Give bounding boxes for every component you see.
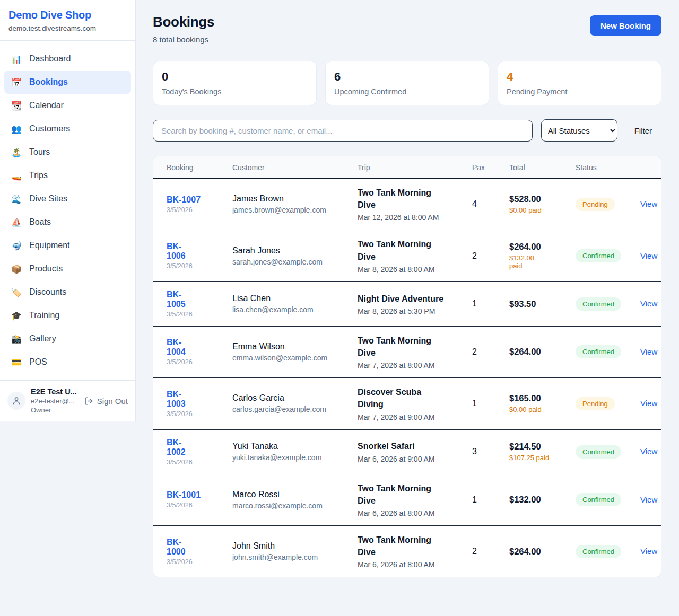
sidebar-item-products[interactable]: 📦 Products — [4, 257, 131, 280]
customer-name: Sarah Jones — [232, 246, 345, 256]
table-header: BookingCustomerTripPaxTotalStatus — [153, 156, 661, 179]
total-amount: $132.00 — [509, 495, 563, 505]
column-header-customer: Customer — [226, 156, 351, 179]
trip-datetime: Mar 12, 2026 at 8:00 AM — [358, 213, 459, 222]
pax-value: 1 — [466, 474, 503, 525]
booking-link[interactable]: BK-1001 — [167, 490, 201, 500]
stat-value: 0 — [162, 70, 308, 84]
table-row: BK-1006 3/5/2026 Sarah Jones sarah.jones… — [153, 230, 661, 281]
bookings-table-card: BookingCustomerTripPaxTotalStatus BK-100… — [153, 156, 661, 577]
boats-icon: ⛵ — [11, 217, 22, 227]
customer-email: carlos.garcia@example.com — [232, 405, 345, 413]
stat-value: 6 — [334, 70, 480, 84]
booking-link[interactable]: BK-1003 — [167, 390, 191, 409]
sidebar-item-label: Equipment — [29, 241, 70, 250]
sidebar-item-label: Trips — [29, 171, 48, 180]
sidebar-item-pos[interactable]: 💳 POS — [4, 350, 131, 374]
sign-out-button[interactable]: Sign Out — [84, 397, 128, 406]
dive-sites-icon: 🌊 — [11, 194, 22, 204]
sidebar-item-trips[interactable]: 🚤 Trips — [4, 164, 131, 187]
trip-name: Two Tank Morning Dive — [358, 482, 448, 507]
user-info: E2E Test U... e2e-tester@... Owner — [31, 388, 79, 414]
stat-card: 4 Pending Payment — [498, 61, 661, 105]
view-link[interactable]: View — [640, 251, 657, 260]
sidebar-item-equipment[interactable]: 🤿 Equipment — [4, 234, 131, 257]
search-input[interactable] — [153, 120, 533, 142]
customer-email: yuki.tanaka@example.com — [232, 453, 345, 462]
customer-email: john.smith@example.com — [232, 553, 345, 561]
pax-value: 3 — [466, 429, 503, 474]
discounts-icon: 🏷️ — [11, 287, 22, 297]
sidebar-item-tours[interactable]: 🏝️ Tours — [4, 140, 131, 164]
booking-link[interactable]: BK-1004 — [167, 338, 191, 357]
view-link[interactable]: View — [640, 495, 657, 504]
view-link[interactable]: View — [640, 399, 657, 408]
column-header-total: Total — [503, 156, 569, 179]
trip-datetime: Mar 7, 2026 at 9:00 AM — [358, 413, 459, 421]
booking-link[interactable]: BK-1005 — [167, 290, 191, 309]
pos-icon: 💳 — [11, 357, 22, 367]
total-amount: $264.00 — [509, 547, 563, 557]
sign-out-label: Sign Out — [97, 397, 128, 406]
column-header-trip: Trip — [351, 156, 466, 179]
trip-datetime: Mar 8, 2026 at 8:00 AM — [358, 265, 459, 274]
sidebar-nav: 📊 Dashboard 📅 Bookings 📆 Calendar 👥 Cust… — [0, 41, 135, 380]
booking-link[interactable]: BK-1000 — [167, 538, 191, 557]
sidebar-item-discounts[interactable]: 🏷️ Discounts — [4, 280, 131, 304]
total-amount: $528.00 — [509, 194, 563, 204]
sidebar-item-calendar[interactable]: 📆 Calendar — [4, 94, 131, 117]
sidebar-item-dashboard[interactable]: 📊 Dashboard — [4, 47, 131, 71]
sidebar-item-label: Boats — [29, 217, 51, 227]
pax-value: 4 — [466, 179, 503, 230]
sidebar-item-label: Dive Sites — [29, 194, 67, 204]
sidebar-item-bookings[interactable]: 📅 Bookings — [4, 71, 131, 94]
total-bookings-count: 8 total bookings — [153, 35, 214, 44]
new-booking-button[interactable]: New Booking — [590, 15, 661, 36]
trip-datetime: Mar 7, 2026 at 8:00 AM — [358, 361, 459, 369]
view-link[interactable]: View — [640, 199, 657, 208]
filter-button[interactable]: Filter — [625, 122, 661, 139]
view-link[interactable]: View — [640, 547, 657, 556]
pax-value: 2 — [466, 230, 503, 281]
trips-icon: 🚤 — [11, 171, 22, 181]
pax-value: 2 — [466, 525, 503, 577]
user-role: Owner — [31, 406, 79, 414]
view-link[interactable]: View — [640, 347, 657, 356]
products-icon: 📦 — [11, 264, 22, 274]
status-badge: Confirmed — [576, 297, 621, 311]
sidebar-item-dive-sites[interactable]: 🌊 Dive Sites — [4, 187, 131, 210]
equipment-icon: 🤿 — [11, 241, 22, 251]
status-badge: Confirmed — [576, 249, 621, 262]
booking-link[interactable]: BK-1002 — [167, 438, 191, 457]
booking-date: 3/5/2026 — [167, 501, 220, 509]
sidebar-item-label: Dashboard — [29, 54, 71, 64]
gallery-icon: 📸 — [11, 334, 22, 344]
customer-name: Lisa Chen — [232, 294, 345, 303]
view-link[interactable]: View — [640, 447, 657, 456]
user-email: e2e-tester@... — [31, 397, 79, 405]
filter-row: All Statuses Filter — [153, 119, 661, 142]
customer-name: Carlos Garcia — [232, 393, 345, 403]
view-link[interactable]: View — [640, 299, 657, 308]
stat-value: 4 — [507, 70, 652, 84]
booking-link[interactable]: BK-1006 — [167, 242, 191, 261]
paid-amount: $107.25 paid — [509, 454, 563, 462]
sidebar-item-training[interactable]: 🎓 Training — [4, 304, 131, 327]
sidebar-item-label: Discounts — [29, 287, 66, 297]
total-amount: $264.00 — [509, 347, 563, 357]
sidebar-item-gallery[interactable]: 📸 Gallery — [4, 327, 131, 350]
sidebar-item-customers[interactable]: 👥 Customers — [4, 117, 131, 140]
status-select[interactable]: All Statuses — [541, 119, 617, 142]
sidebar-item-label: Bookings — [29, 77, 68, 87]
trip-name: Two Tank Morning Dive — [358, 238, 448, 262]
paid-amount: $0.00 paid — [509, 406, 563, 413]
trip-datetime: Mar 6, 2026 at 8:00 AM — [358, 560, 459, 569]
stat-label: Upcoming Confirmed — [334, 87, 480, 96]
pax-value: 1 — [466, 378, 503, 429]
status-badge: Confirmed — [576, 345, 621, 358]
pax-value: 2 — [466, 326, 503, 377]
booking-link[interactable]: BK-1007 — [167, 195, 201, 205]
table-row: BK-1001 3/5/2026 Marco Rossi marco.rossi… — [153, 474, 661, 525]
bookings-icon: 📅 — [11, 77, 22, 87]
sidebar-item-boats[interactable]: ⛵ Boats — [4, 210, 131, 234]
